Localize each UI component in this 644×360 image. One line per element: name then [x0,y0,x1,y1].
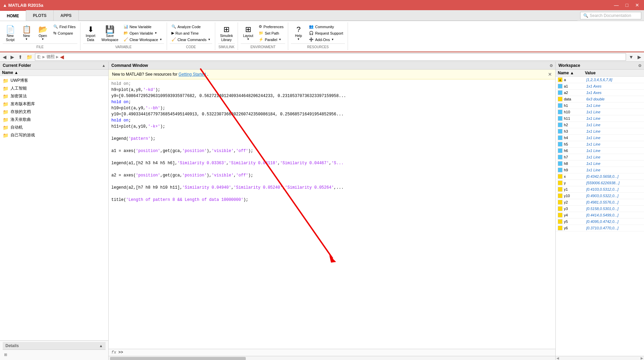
list-item[interactable]: 📁 自动机 [1,124,108,131]
prompt-symbol: >> [118,350,123,355]
file-list[interactable]: 📁 UWP博客 📁 人工智能 📁 加密算法 📁 发布版本图库 📁 存放的文档 📁 [0,76,108,340]
open-variable-label: Open Variable [130,31,153,35]
clear-commands-dropdown: ▼ [208,38,210,41]
command-window-header: Command Window ⊙ [109,62,555,70]
preferences-button[interactable]: ⚙ Preferences [257,24,285,30]
folder-name: 发布版本图库 [11,101,35,107]
save-workspace-button[interactable]: 💾 SaveWorkspace [99,24,121,43]
table-row[interactable]: y [559006.6226938...] [556,180,644,186]
new-button[interactable]: 📋 New ▼ [19,24,34,42]
search-icon: 🔍 [583,13,588,18]
ws-scroll-left[interactable]: ◀ [556,356,559,360]
up-folder-button[interactable]: ⬆ [17,54,24,60]
table-row[interactable]: h8 1x1 Line [556,160,644,167]
command-window-icon[interactable]: ⊙ [550,63,553,68]
clear-workspace-button[interactable]: 🧹 Clear Workspace ▼ [122,37,164,42]
var-icon [558,84,563,89]
list-item[interactable]: 📁 人工智能 [1,84,108,92]
table-row[interactable]: h1 1x1 Line [556,102,644,109]
getting-started-link[interactable]: Getting Started [179,72,206,77]
table-row[interactable]: x [0.4342,0.5658,0...] [556,173,644,180]
add-ons-button[interactable]: ➕ Add-Ons ▼ [307,37,345,42]
run-and-time-button[interactable]: ▶ Run and Time [170,30,213,36]
request-support-label: Request Support [315,31,343,35]
table-row[interactable]: h10 1x1 Line [556,109,644,115]
new-variable-label: New Variable [130,25,152,29]
table-row[interactable]: a1 1x1 Axes [556,83,644,90]
run-and-time-label: Run and Time [176,31,199,35]
command-scrollbar-x[interactable] [109,356,555,360]
table-row[interactable]: y4 [0.4414,0.5499,0...] [556,212,644,219]
maximize-button[interactable]: □ [624,2,630,8]
layout-button[interactable]: ⊞ Layout ▼ [241,24,256,42]
table-row[interactable]: h11 1x1 Line [556,115,644,122]
address-dropdown[interactable]: ▼ [627,54,635,60]
back-button[interactable]: ◀ [1,54,8,60]
table-row[interactable]: a a [1,2,3,4,5,6,7,8] [556,77,644,83]
request-support-button[interactable]: 🎧 Request Support [307,30,345,36]
table-row[interactable]: h7 1x1 Line [556,154,644,160]
list-item[interactable]: 📁 存放的文档 [1,108,108,116]
list-item[interactable]: 📁 加密算法 [1,92,108,100]
table-row[interactable]: h3 1x1 Line [556,128,644,135]
list-item[interactable]: 📁 自己写的游戏 [1,131,108,139]
find-files-button[interactable]: 🔍 Find Files [52,24,77,30]
table-row[interactable]: h5 1x1 Line [556,141,644,148]
command-content[interactable]: hold on; h9=plot(a,y8,'-kd'); y9=[0.5086… [109,79,555,349]
details-collapse[interactable]: ▲ [99,344,103,348]
open-variable-button[interactable]: 📂 Open Variable ▼ [122,30,164,36]
close-button[interactable]: ✕ [633,2,641,8]
table-row[interactable]: data 6x3 double [556,96,644,102]
simulink-library-button[interactable]: ⊞ SimulinkLibrary [218,24,235,43]
clear-commands-button[interactable]: 🧹 Clear Commands ▼ [170,37,213,42]
table-row[interactable]: h6 1x1 Line [556,148,644,154]
table-row[interactable]: y10 [0.4903,0.5322,0...] [556,193,644,199]
minimize-button[interactable]: — [612,2,621,8]
current-folder-collapse[interactable]: ▲ [102,63,106,68]
new-variable-button[interactable]: 📊 New Variable [122,24,164,30]
new-icon: 📋 [22,25,31,34]
list-item[interactable]: 📁 发布版本图库 [1,100,108,108]
analyze-code-button[interactable]: 🔍 Analyze Code [170,24,213,30]
address-bar[interactable]: E: ▶ 德熙 ▶ ◀ [35,53,626,61]
list-item[interactable]: 📁 UWP博客 [1,77,108,84]
search-documentation[interactable]: 🔍 Search Documentation [580,12,641,19]
table-row[interactable]: y3 [0.5158,0.5301,0...] [556,206,644,212]
table-row[interactable]: y6 [0.3710,0.4770,0...] [556,225,644,231]
command-input-row[interactable]: fx >> [109,349,555,356]
parallel-button[interactable]: ⚡ Parallel ▼ [257,37,285,42]
open-button[interactable]: 📂 Open ▼ [35,24,50,42]
var-value: 1x1 Line [586,129,642,133]
set-path-button[interactable]: 📁 Set Path [257,30,285,36]
tab-plots[interactable]: PLOTS [26,10,54,21]
tab-home[interactable]: HOME [0,10,26,21]
title-bar: ▲ MATLAB R2015a — □ ✕ [0,0,644,10]
workspace-scrollbar-x[interactable]: ◀ ▶ [556,356,644,360]
compare-button[interactable]: ⇆ Compare [52,30,77,36]
var-name: data [558,97,585,101]
table-row[interactable]: h4 1x1 Line [556,135,644,141]
tab-apps[interactable]: APPS [54,10,79,21]
table-row[interactable]: y5 [0.4095,0.4742,0...] [556,219,644,225]
table-row[interactable]: h2 1x1 Line [556,122,644,128]
forward-button[interactable]: ▶ [9,54,16,60]
var-icon [558,122,563,127]
table-row[interactable]: y2 [0.4981,0.5576,0...] [556,199,644,206]
browse-button[interactable]: 📁 [25,54,34,60]
address-more[interactable]: ▶ [636,54,643,60]
community-button[interactable]: 👥 Community [307,24,345,30]
list-item[interactable]: 📁 洛天依歌曲 [1,116,108,124]
var-icon [558,142,563,147]
table-row[interactable]: h9 1x1 Line [556,167,644,173]
new-script-button[interactable]: 📄 NewScript [3,24,18,43]
notification-close[interactable]: ✕ [548,72,552,77]
scrollbar-thumb[interactable] [110,357,246,360]
import-data-button[interactable]: ⬇ ImportData [83,24,98,43]
help-dropdown: ▼ [297,38,300,41]
ws-scroll-right[interactable]: ▶ [641,356,643,360]
help-button[interactable]: ? Help ▼ [291,24,306,42]
table-row[interactable]: a2 1x1 Axes [556,90,644,96]
workspace-icon[interactable]: ⊙ [638,63,641,68]
community-label: Community [315,25,334,29]
table-row[interactable]: y1 [0.4103,0.5312,0...] [556,186,644,193]
